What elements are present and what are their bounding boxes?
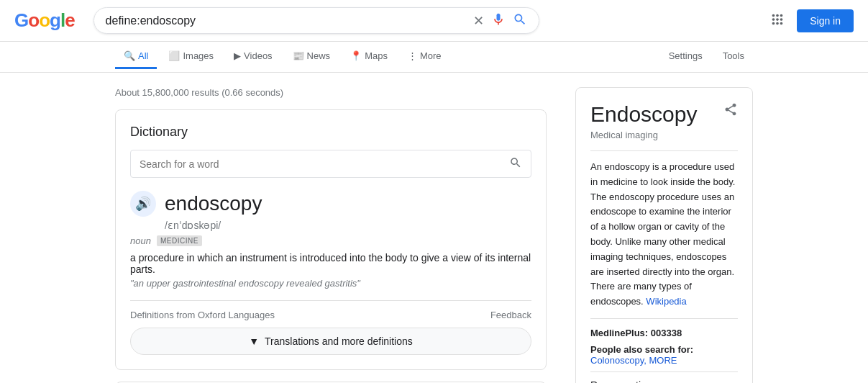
- more-link[interactable]: MORE: [649, 355, 677, 366]
- nav-videos[interactable]: ▶ Videos: [225, 45, 281, 69]
- word-pos: noun: [130, 235, 151, 246]
- nav-all[interactable]: 🔍 All: [115, 45, 157, 69]
- kp-recovery-time[interactable]: Recovery time ▾: [590, 371, 738, 383]
- word-search-icon[interactable]: [509, 156, 522, 171]
- mic-icon[interactable]: [491, 12, 506, 29]
- nav-more[interactable]: ⋮ More: [399, 45, 450, 69]
- maps-icon: 📍: [350, 50, 362, 61]
- nav-settings[interactable]: Settings: [660, 45, 711, 69]
- results-area: About 15,800,000 results (0.66 seconds) …: [0, 73, 868, 383]
- kp-medlineplus: MedlinePlus: 003338: [590, 328, 738, 338]
- images-icon: ⬜: [168, 50, 180, 61]
- chevron-down-icon: ▼: [249, 335, 259, 347]
- knowledge-panel: Endoscopy Medical imaging An endoscopy i…: [575, 87, 753, 383]
- nav-images[interactable]: ⬜ Images: [160, 45, 222, 69]
- kp-divider: [590, 150, 738, 151]
- logo-o1: o: [28, 9, 39, 31]
- pronunciation: /ɛnˈdɒskəpi/: [165, 220, 531, 231]
- clear-icon[interactable]: ✕: [473, 13, 484, 29]
- logo-g2: g: [50, 9, 60, 31]
- signin-button[interactable]: Sign in: [797, 9, 854, 32]
- more-icon: ⋮: [408, 50, 417, 61]
- word-entry: 🔊 endoscopy /ɛnˈdɒskəpi/ noun MEDICINE a…: [130, 191, 531, 289]
- example-text: "an upper gastrointestinal endoscopy rev…: [130, 278, 531, 289]
- apps-icon[interactable]: [769, 12, 785, 30]
- dictionary-card: Dictionary 🔊 endoscopy /ɛnˈdɒskəpi/ noun: [115, 109, 547, 370]
- word-search-bar: [130, 150, 531, 178]
- kp-description: An endoscopy is a procedure used in medi…: [590, 160, 738, 310]
- kp-people-also-search: People also search for: Colonoscopy, MOR…: [590, 344, 738, 366]
- kp-title: Endoscopy: [590, 102, 697, 127]
- definition-text: a procedure in which an instrument is in…: [130, 252, 531, 275]
- right-column: Endoscopy Medical imaging An endoscopy i…: [575, 87, 753, 383]
- word-search-input[interactable]: [140, 158, 509, 170]
- logo-o2: o: [39, 9, 50, 31]
- search-bar: ✕: [93, 7, 539, 34]
- videos-icon: ▶: [234, 50, 241, 61]
- left-column: About 15,800,000 results (0.66 seconds) …: [115, 87, 547, 383]
- search-nav: 🔍 All ⬜ Images ▶ Videos 📰 News 📍 Maps ⋮ …: [0, 42, 868, 73]
- logo-g: G: [14, 9, 28, 31]
- wikipedia-link[interactable]: Wikipedia: [646, 296, 686, 307]
- nav-news[interactable]: 📰 News: [284, 45, 339, 69]
- share-icon[interactable]: [723, 102, 738, 120]
- chevron-down-icon-1: ▾: [733, 379, 738, 383]
- definition-footer: Definitions from Oxford Languages Feedba…: [130, 300, 531, 320]
- definition-source: Definitions from Oxford Languages: [130, 310, 275, 320]
- header: Google ✕ Sign in: [0, 0, 868, 42]
- header-right: Sign in: [769, 9, 854, 32]
- dictionary-feedback[interactable]: Feedback: [490, 310, 531, 320]
- kp-subtitle: Medical imaging: [590, 130, 738, 140]
- word-text: endoscopy: [165, 192, 262, 215]
- word-subject: MEDICINE: [157, 235, 202, 246]
- speaker-icon: 🔊: [135, 196, 151, 212]
- news-icon: 📰: [293, 50, 304, 61]
- colonoscopy-link[interactable]: Colonoscopy,: [590, 355, 647, 366]
- logo-e: e: [65, 9, 74, 31]
- kp-divider-2: [590, 318, 738, 319]
- more-definitions-button[interactable]: ▼ Translations and more definitions: [130, 328, 531, 355]
- kp-header: Endoscopy: [590, 102, 738, 127]
- search-input[interactable]: [106, 14, 473, 27]
- more-defs-label: Translations and more definitions: [265, 335, 413, 347]
- google-logo: Google: [14, 9, 75, 32]
- dictionary-title: Dictionary: [130, 125, 531, 140]
- nav-maps[interactable]: 📍 Maps: [342, 45, 396, 69]
- results-count: About 15,800,000 results (0.66 seconds): [115, 87, 547, 98]
- nav-tools[interactable]: Tools: [714, 45, 753, 69]
- speaker-button[interactable]: 🔊: [130, 191, 156, 217]
- all-icon: 🔍: [124, 50, 135, 61]
- search-submit-icon[interactable]: [513, 12, 527, 29]
